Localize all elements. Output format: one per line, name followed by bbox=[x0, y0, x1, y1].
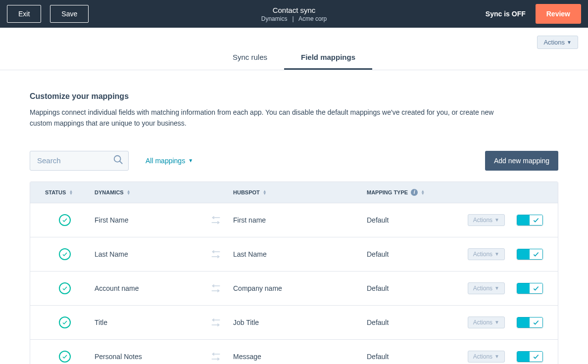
controls-row: All mappings ▼ Add new mapping bbox=[30, 151, 558, 171]
subtitle-app-right: Acme corp bbox=[298, 15, 327, 22]
cell-direction bbox=[198, 352, 233, 361]
cell-status bbox=[45, 317, 95, 328]
row-actions-label: Actions bbox=[473, 285, 492, 292]
cell-dynamics: First Name bbox=[95, 216, 198, 224]
cell-status bbox=[45, 214, 95, 226]
enable-mapping-toggle[interactable] bbox=[517, 283, 543, 294]
table-body: First Name First name Default Actions ▼ bbox=[30, 203, 558, 364]
sort-icon: ▲▼ bbox=[421, 190, 425, 195]
subtitle-separator2 bbox=[294, 15, 297, 22]
toggle-thumb bbox=[530, 318, 542, 327]
table-row: Last Name Last Name Default Actions ▼ bbox=[30, 237, 558, 272]
column-hubspot[interactable]: HUBSPOT ▲▼ bbox=[233, 189, 367, 195]
exit-button[interactable]: Exit bbox=[7, 5, 41, 23]
caret-down-icon: ▼ bbox=[494, 319, 499, 325]
column-dynamics-label: DYNAMICS bbox=[95, 189, 124, 195]
svg-line-1 bbox=[120, 161, 123, 164]
toggle-track bbox=[517, 318, 530, 327]
cell-mapping-type: Default bbox=[367, 250, 441, 258]
sort-icon: ▲▼ bbox=[263, 190, 267, 195]
cell-dynamics: Last Name bbox=[95, 250, 198, 258]
row-actions-label: Actions bbox=[473, 251, 492, 258]
enable-mapping-toggle[interactable] bbox=[517, 215, 543, 226]
check-icon bbox=[533, 285, 539, 292]
sort-icon: ▲▼ bbox=[127, 190, 131, 195]
table-row: Personal Notes Message Default Actions ▼ bbox=[30, 340, 558, 364]
subtitle-separator bbox=[289, 15, 293, 22]
caret-down-icon: ▼ bbox=[567, 40, 572, 45]
row-actions-button[interactable]: Actions ▼ bbox=[468, 351, 505, 363]
top-actions-label: Actions bbox=[543, 39, 565, 46]
section-description: Mappings connect individual fields with … bbox=[30, 107, 495, 129]
cell-direction bbox=[198, 216, 233, 225]
cell-dynamics: Account name bbox=[95, 284, 198, 292]
status-check-icon bbox=[59, 351, 71, 363]
page-subtitle: Dynamics | Acme corp bbox=[261, 15, 327, 22]
check-icon bbox=[533, 353, 539, 360]
caret-down-icon: ▼ bbox=[494, 251, 499, 257]
save-button[interactable]: Save bbox=[50, 5, 89, 23]
bidirectional-icon bbox=[211, 352, 221, 361]
add-mapping-button[interactable]: Add new mapping bbox=[485, 151, 558, 171]
svg-point-0 bbox=[114, 156, 121, 162]
topbar-center: Contact sync Dynamics | Acme corp bbox=[261, 6, 327, 22]
column-mapping-type-label: MAPPING TYPE bbox=[367, 189, 408, 195]
toggle-thumb bbox=[530, 249, 542, 259]
column-hubspot-label: HUBSPOT bbox=[233, 189, 260, 195]
enable-mapping-toggle[interactable] bbox=[517, 249, 543, 260]
table-row: First Name First name Default Actions ▼ bbox=[30, 203, 558, 237]
check-icon bbox=[533, 217, 539, 224]
tab-field-mappings[interactable]: Field mappings bbox=[284, 46, 372, 70]
tab-sync-rules[interactable]: Sync rules bbox=[216, 46, 284, 70]
status-check-icon bbox=[59, 214, 71, 226]
cell-mapping-type: Default bbox=[367, 318, 441, 326]
column-dynamics[interactable]: DYNAMICS ▲▼ bbox=[95, 189, 233, 195]
filter-dropdown[interactable]: All mappings ▼ bbox=[146, 157, 193, 165]
section-heading: Customize your mappings bbox=[30, 92, 558, 101]
cell-mapping-type: Default bbox=[367, 216, 441, 224]
page-title: Contact sync bbox=[261, 6, 327, 14]
cell-hubspot: Last Name bbox=[233, 250, 367, 258]
row-actions-button[interactable]: Actions ▼ bbox=[468, 317, 505, 328]
cell-actions: Actions ▼ bbox=[441, 248, 543, 260]
row-actions-button[interactable]: Actions ▼ bbox=[468, 248, 505, 260]
cell-hubspot: First name bbox=[233, 216, 367, 224]
caret-down-icon: ▼ bbox=[188, 158, 193, 163]
content: Customize your mappings Mappings connect… bbox=[0, 92, 588, 364]
status-check-icon bbox=[59, 317, 71, 328]
cell-hubspot: Message bbox=[233, 353, 367, 361]
subtitle-app-left: Dynamics bbox=[261, 15, 288, 22]
status-check-icon bbox=[59, 282, 71, 294]
toggle-track bbox=[517, 215, 530, 225]
topbar-left: Exit Save bbox=[7, 5, 89, 23]
cell-actions: Actions ▼ bbox=[441, 214, 543, 226]
cell-status bbox=[45, 282, 95, 294]
toggle-track bbox=[517, 283, 530, 293]
topbar-right: Sync is OFF Review bbox=[486, 4, 581, 24]
table-header: STATUS ▲▼ DYNAMICS ▲▼ HUBSPOT ▲▼ MAPPING… bbox=[30, 182, 558, 203]
column-status[interactable]: STATUS ▲▼ bbox=[45, 189, 95, 195]
enable-mapping-toggle[interactable] bbox=[517, 351, 543, 362]
toggle-track bbox=[517, 249, 530, 259]
top-actions-button[interactable]: Actions ▼ bbox=[537, 36, 578, 49]
search-icon bbox=[113, 154, 124, 167]
bidirectional-icon bbox=[211, 318, 221, 327]
review-button[interactable]: Review bbox=[536, 4, 581, 24]
top-bar: Exit Save Contact sync Dynamics | Acme c… bbox=[0, 0, 588, 28]
cell-direction bbox=[198, 284, 233, 293]
row-actions-label: Actions bbox=[473, 217, 492, 224]
column-mapping-type[interactable]: MAPPING TYPE i ▲▼ bbox=[367, 189, 543, 196]
tabs-row: Sync rules Field mappings bbox=[0, 46, 588, 70]
sync-status-label: Sync is OFF bbox=[486, 10, 526, 18]
info-icon[interactable]: i bbox=[411, 189, 418, 196]
row-actions-button[interactable]: Actions ▼ bbox=[468, 282, 505, 294]
cell-direction bbox=[198, 250, 233, 259]
check-icon bbox=[533, 319, 539, 326]
check-icon bbox=[533, 251, 539, 258]
cell-hubspot: Job Title bbox=[233, 318, 367, 326]
cell-dynamics: Personal Notes bbox=[95, 353, 198, 361]
cell-direction bbox=[198, 318, 233, 327]
enable-mapping-toggle[interactable] bbox=[517, 317, 543, 328]
row-actions-button[interactable]: Actions ▼ bbox=[468, 214, 505, 226]
toggle-thumb bbox=[530, 283, 542, 293]
